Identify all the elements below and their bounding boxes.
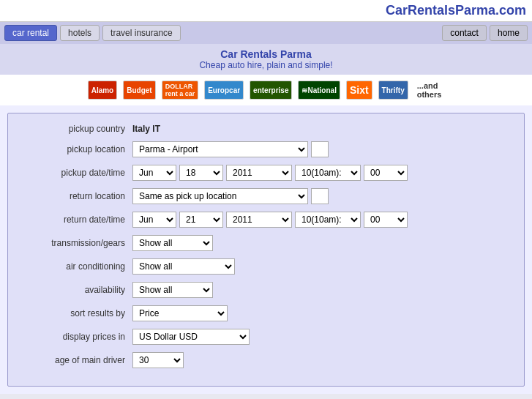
pickup-datetime-label: pickup date/time — [15, 168, 132, 178]
pickup-time-select[interactable]: 10(10am): — [295, 165, 361, 181]
return-datetime-row: return date/time Jun 21 2011 10(10am): 0… — [15, 212, 517, 228]
pickup-datetime-row: pickup date/time Jun 18 2011 10(10am): 0… — [15, 165, 517, 181]
nav-tabs: car rental hotels travel insurance — [4, 25, 181, 41]
brand-sixt: Sixt — [346, 81, 372, 100]
return-time-select[interactable]: 10(10am): — [295, 212, 361, 228]
availability-label: availability — [15, 285, 132, 295]
tab-travel-insurance[interactable]: travel insurance — [102, 25, 181, 41]
tab-car-rental[interactable]: car rental — [4, 25, 57, 41]
pickup-country-row: pickup country Italy IT — [15, 124, 517, 134]
transmission-label: transmission/gears — [15, 238, 132, 248]
air-conditioning-select[interactable]: Show all With AC Without AC — [132, 258, 235, 275]
pickup-country-value: Italy IT — [132, 124, 160, 134]
return-location-select[interactable]: Same as pick up location — [132, 188, 308, 204]
age-select[interactable]: 25 26 27 28 29 30 31 35 — [132, 352, 184, 368]
site-title-bar: CarRentalsParma.com — [0, 0, 532, 22]
brand-europcar: Europcar — [204, 81, 244, 100]
availability-select[interactable]: Show all Available On request — [132, 282, 213, 298]
pickup-location-select[interactable]: Parma - Airport — [132, 141, 308, 157]
age-row: age of main driver 25 26 27 28 29 30 31 … — [15, 352, 517, 368]
air-conditioning-label: air conditioning — [15, 261, 132, 272]
brand-others: ...andothers — [414, 81, 445, 100]
nav-bar: car rental hotels travel insurance conta… — [0, 22, 532, 44]
return-location-label: return location — [15, 191, 132, 201]
pickup-day-select[interactable]: 18 — [179, 165, 223, 181]
pickup-location-map-btn[interactable] — [311, 141, 329, 157]
pickup-location-row: pickup location Parma - Airport — [15, 141, 517, 157]
currency-select[interactable]: US Dollar USD Euro EUR GBP GBP — [132, 329, 250, 345]
pickup-year-select[interactable]: 2011 — [226, 165, 292, 181]
sort-select[interactable]: Price Name Type — [132, 305, 228, 321]
availability-row: availability Show all Available On reque… — [15, 282, 517, 298]
header-subtitle: Cheap auto hire, plain and simple! — [0, 60, 532, 70]
brand-enterprise: enterprise — [250, 81, 292, 100]
return-day-select[interactable]: 21 — [179, 212, 223, 228]
brand-thrifty: Thrifty — [378, 81, 408, 100]
brand-dollar: DOLLARrent a car — [162, 81, 199, 100]
return-min-select[interactable]: 00 — [364, 212, 408, 228]
header: Car Rentals Parma Cheap auto hire, plain… — [0, 44, 532, 75]
return-month-select[interactable]: Jun — [132, 212, 176, 228]
header-title: Car Rentals Parma — [0, 48, 532, 60]
return-datetime-label: return date/time — [15, 215, 132, 225]
pickup-month-select[interactable]: Jun — [132, 165, 176, 181]
sort-label: sort results by — [15, 308, 132, 318]
home-button[interactable]: home — [490, 25, 528, 41]
site-title: CarRentalsParma.com — [386, 3, 526, 18]
contact-button[interactable]: contact — [442, 25, 487, 41]
brand-national: ≋National — [298, 81, 340, 100]
currency-label: display prices in — [15, 332, 132, 342]
return-year-select[interactable]: 2011 — [226, 212, 292, 228]
tab-hotels[interactable]: hotels — [60, 25, 100, 41]
search-form: pickup country Italy IT pickup location … — [7, 113, 525, 387]
pickup-min-select[interactable]: 00 — [364, 165, 408, 181]
brands-bar: Alamo Budget DOLLARrent a car Europcar e… — [0, 75, 532, 105]
sort-row: sort results by Price Name Type — [15, 305, 517, 321]
main-area: pickup country Italy IT pickup location … — [0, 105, 532, 394]
brand-budget: Budget — [123, 81, 155, 100]
pickup-country-label: pickup country — [15, 124, 132, 134]
brand-alamo: Alamo — [88, 81, 118, 100]
currency-row: display prices in US Dollar USD Euro EUR… — [15, 329, 517, 345]
air-conditioning-row: air conditioning Show all With AC Withou… — [15, 258, 517, 275]
return-location-row: return location Same as pick up location — [15, 188, 517, 204]
return-location-map-btn[interactable] — [311, 188, 329, 204]
transmission-select[interactable]: Show all Automatic Manual — [132, 235, 213, 251]
pickup-location-label: pickup location — [15, 144, 132, 154]
age-label: age of main driver — [15, 355, 132, 365]
transmission-row: transmission/gears Show all Automatic Ma… — [15, 235, 517, 251]
nav-right-buttons: contact home — [442, 25, 528, 41]
